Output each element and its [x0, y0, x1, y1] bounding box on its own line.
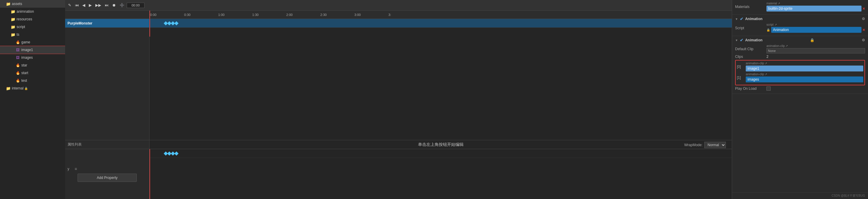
- wrapmode-select[interactable]: Normal: [704, 142, 726, 148]
- sidebar-item-assets[interactable]: 📁 assets: [0, 0, 65, 8]
- sidebar-item-label: start: [21, 71, 28, 75]
- clip-0-index: [0]: [737, 65, 746, 69]
- sidebar-item-start[interactable]: 🔥 start: [0, 69, 65, 77]
- animation-section-header-2: ▼ ✔ Animation 🔒 ⚙: [735, 38, 865, 42]
- script-sub-label: script ↗: [767, 23, 865, 26]
- sidebar-item-image1[interactable]: 🖼 image1: [0, 46, 65, 54]
- clip-0-input[interactable]: [746, 66, 863, 72]
- keyframe-y-3[interactable]: [174, 151, 179, 155]
- play-button[interactable]: ▶: [88, 2, 93, 8]
- folder-icon: 📁: [11, 17, 16, 22]
- clip-1-sub: animation-clip ↗: [746, 73, 863, 76]
- sidebar-item-label: script: [17, 25, 25, 29]
- clip-0-sub: animation-clip ↗: [746, 62, 863, 65]
- properties-label: 属性列表: [67, 142, 82, 147]
- clip-1-index: [1]: [737, 76, 746, 80]
- settings-icon[interactable]: ⚙: [862, 17, 865, 21]
- fire-icon: 🔥: [16, 78, 20, 83]
- script-value: Animation: [771, 27, 862, 33]
- sidebar-item-label: assets: [12, 2, 22, 6]
- track-content[interactable]: [150, 19, 732, 140]
- settings-icon-3[interactable]: ⚙: [862, 38, 865, 42]
- sidebar-item-label: internal: [12, 86, 23, 90]
- materials-section: Materials material ↗ builtin-2d-sprite ×: [732, 0, 868, 15]
- clip-1-input[interactable]: [746, 76, 863, 82]
- footer: CSDN @我才不要写BUG: [732, 192, 868, 199]
- materials-row: Materials material ↗ builtin-2d-sprite ×: [735, 2, 865, 11]
- center-bottom: 单击左上角按钮开始编辑 WrapMode: Normal: [150, 140, 732, 199]
- play-on-load-checkbox[interactable]: [767, 86, 771, 91]
- prop-menu-icon[interactable]: ≡: [74, 166, 77, 171]
- fire-icon: 🔥: [16, 71, 20, 75]
- prev-frame-button[interactable]: ◀: [81, 2, 87, 8]
- default-clip-label: Default Clip: [735, 47, 765, 51]
- right-panel: Materials material ↗ builtin-2d-sprite ×…: [732, 0, 868, 199]
- sidebar: 📁 assets 📁 animnation 📁 resources 📁 scri…: [0, 0, 65, 199]
- add-property-button[interactable]: Add Property: [78, 173, 137, 182]
- sidebar-item-resources[interactable]: 📁 resources: [0, 15, 65, 23]
- playhead-line: [150, 11, 150, 18]
- sidebar-item-script[interactable]: 📁 script: [0, 23, 65, 31]
- sidebar-item-internal[interactable]: 📁 internal 🔒: [0, 84, 65, 92]
- animation-section-1: ▼ ✔ Animation ⚙ Script script ↗ 🔒 Animat…: [732, 15, 868, 36]
- playhead-track-line: [150, 19, 150, 37]
- wrapmode-area: WrapMode: Normal: [684, 142, 726, 148]
- script-remove-button[interactable]: ×: [863, 28, 865, 32]
- folder-icon: 📁: [6, 86, 11, 91]
- sidebar-item-test[interactable]: 🔥 test: [0, 77, 65, 84]
- wrapmode-label: WrapMode:: [684, 143, 703, 147]
- clips-header-row: Clips 2: [735, 54, 865, 59]
- materials-label: Materials: [735, 5, 765, 9]
- skip-back-button[interactable]: ⏮: [74, 2, 80, 8]
- folder-icon: 📁: [11, 32, 16, 37]
- play-on-load-row: Play On Load: [735, 85, 865, 92]
- add-event-button[interactable]: ➕: [118, 2, 126, 8]
- edit-button[interactable]: ✎: [67, 2, 72, 8]
- keyframe-3[interactable]: [174, 21, 179, 25]
- sidebar-item-ts[interactable]: 📁 ts: [0, 31, 65, 38]
- time-marker-4: 2:00: [286, 11, 292, 18]
- default-clip-sub: animation-clip ↗: [767, 44, 865, 47]
- time-input[interactable]: [127, 3, 145, 8]
- center-bottom-header: 单击左上角按钮开始编辑 WrapMode: Normal: [150, 140, 732, 149]
- footer-text: CSDN @我才不要写BUG: [832, 194, 865, 197]
- timeline-header: 0:00 0:30 1:00 1:30 2:00 2:30 3:00 3:: [65, 11, 732, 19]
- animation-header-label: Animation: [745, 17, 763, 21]
- node-track-row: [150, 19, 732, 28]
- sidebar-item-images[interactable]: 🖼 images: [0, 54, 65, 62]
- time-marker-3: 1:30: [252, 11, 258, 18]
- clip-0-row: [0] animation-clip ↗: [737, 62, 863, 72]
- folder-icon: 📁: [11, 25, 16, 29]
- sidebar-item-animnation[interactable]: 📁 animnation: [0, 8, 65, 15]
- properties-panel: 属性列表 y ≡ Add Property: [65, 140, 150, 199]
- next-frame-button[interactable]: ▶▶: [94, 2, 102, 8]
- clip-1-box: animation-clip ↗: [746, 73, 863, 82]
- material-value: builtin-2d-sprite: [767, 6, 862, 11]
- properties-header: 属性列表: [65, 140, 149, 149]
- record-button[interactable]: ⏺: [111, 2, 117, 8]
- time-marker-1: 0:30: [184, 11, 190, 18]
- default-clip-value: None: [767, 48, 865, 53]
- folder-icon: 📁: [6, 1, 11, 6]
- settings-icon-2[interactable]: 🔒: [810, 38, 814, 42]
- check-icon-2: ✔: [740, 38, 743, 42]
- prop-y-label: y: [67, 167, 73, 171]
- material-remove-button[interactable]: ×: [863, 6, 865, 11]
- sidebar-item-label: test: [21, 79, 27, 83]
- main-area: ✎ ⏮ ◀ ▶ ▶▶ ⏭ ⏺ ➕ 0:00 0:30 1:00 1:30 2:0…: [65, 0, 732, 199]
- check-icon: ✔: [740, 16, 743, 21]
- node-name: PurpleMonster: [67, 21, 92, 26]
- lock-icon: 🔒: [767, 28, 770, 32]
- sidebar-item-game[interactable]: 🔥 game: [0, 38, 65, 46]
- skip-forward-button[interactable]: ⏭: [104, 2, 110, 8]
- sidebar-item-star[interactable]: 🔥 star: [0, 62, 65, 69]
- timeline-toolbar: ✎ ⏮ ◀ ▶ ▶▶ ⏭ ⏺ ➕: [65, 0, 732, 11]
- sidebar-item-label: ts: [17, 33, 19, 37]
- animation-section-2: ▼ ✔ Animation 🔒 ⚙ Default Clip animation…: [732, 36, 868, 94]
- folder-icon: 📁: [11, 9, 16, 14]
- clips-container: [0] animation-clip ↗ [1] animation-clip …: [735, 60, 865, 85]
- default-clip-row: Default Clip animation-clip ↗ None: [735, 44, 865, 53]
- prop-y-row: y ≡: [67, 166, 147, 171]
- sidebar-item-label: animnation: [17, 9, 34, 13]
- playhead-bottom-line: [150, 149, 150, 199]
